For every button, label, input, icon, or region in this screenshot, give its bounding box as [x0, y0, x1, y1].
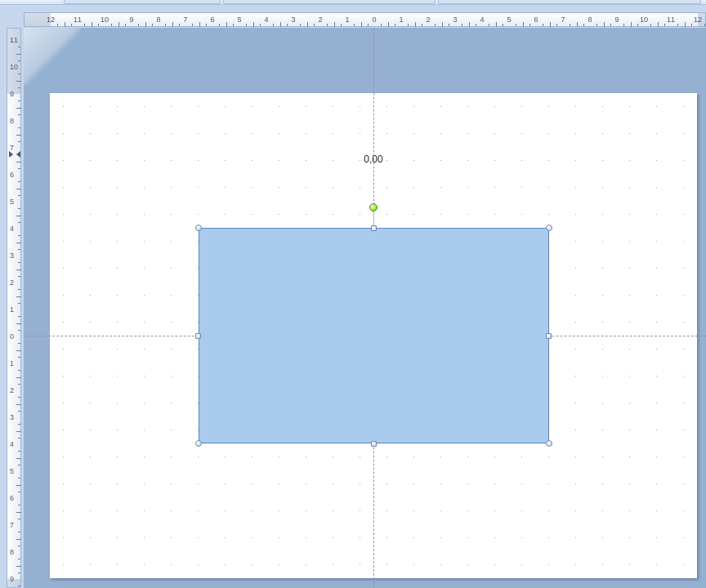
resize-handle-middle-right[interactable]: [546, 333, 552, 339]
selected-rectangle-shape[interactable]: [199, 228, 549, 443]
resize-handle-top-middle[interactable]: [371, 225, 377, 231]
ribbon-group-paragraph[interactable]: Alinea: [438, 0, 701, 4]
workspace-corner-fold: [24, 28, 81, 85]
resize-handle-middle-left[interactable]: [195, 333, 201, 339]
resize-handle-bottom-middle[interactable]: [371, 441, 377, 447]
vertical-ruler[interactable]: 11109876543210123456789: [7, 28, 21, 588]
ribbon-group-font[interactable]: Lettertype: [223, 0, 436, 4]
resize-handle-top-right[interactable]: [546, 225, 552, 231]
slide-workspace[interactable]: 0,00: [24, 28, 706, 588]
horizontal-ruler[interactable]: 1211109876543210123456789101112: [24, 12, 706, 27]
resize-handle-bottom-right[interactable]: [546, 440, 552, 447]
guide-measurement-label: 0,00: [364, 154, 382, 165]
resize-handle-bottom-left[interactable]: [195, 440, 202, 447]
ribbon-group-slides[interactable]: Dia's: [64, 0, 221, 4]
resize-handle-top-left[interactable]: [195, 225, 202, 231]
ribbon-groups-row: Dia's Lettertype Alinea: [0, 0, 706, 5]
